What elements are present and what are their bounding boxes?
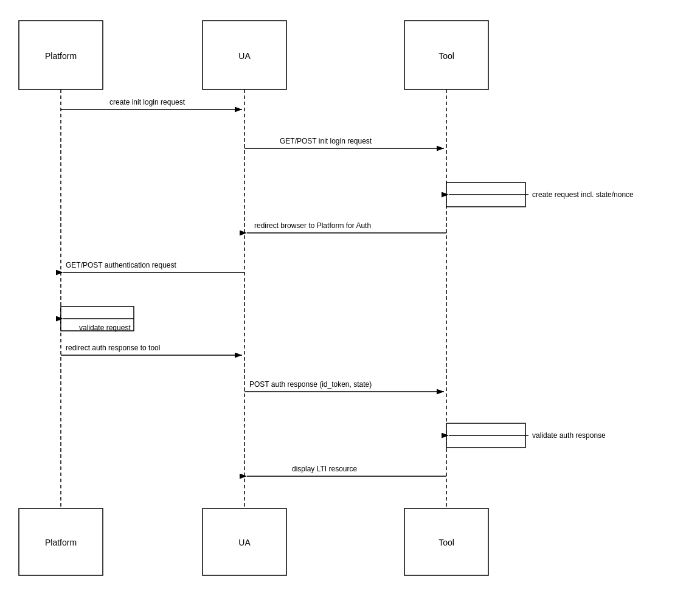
label-m4: redirect browser to Platform for Auth (254, 221, 371, 230)
tool-bottom-label: Tool (438, 538, 454, 547)
label-m8: POST auth response (id_token, state) (249, 380, 372, 389)
label-m10: display LTI resource (292, 465, 357, 473)
label-m3: create request incl. state/nonce (532, 190, 634, 199)
platform-top-label: Platform (45, 51, 77, 61)
label-m1: create init login request (109, 98, 185, 106)
ua-bottom-label: UA (238, 538, 251, 547)
tool-top-label: Tool (438, 51, 454, 61)
platform-bottom-label: Platform (45, 538, 77, 547)
sequence-diagram: Platform UA Tool Platform UA Tool create… (0, 0, 700, 596)
label-m7: redirect auth response to tool (66, 344, 160, 352)
label-m2: GET/POST init login request (280, 137, 372, 145)
label-m6: validate request (79, 324, 131, 332)
ua-top-label: UA (238, 51, 251, 61)
label-m5: GET/POST authentication request (66, 261, 177, 269)
label-m9: validate auth response (532, 431, 606, 440)
